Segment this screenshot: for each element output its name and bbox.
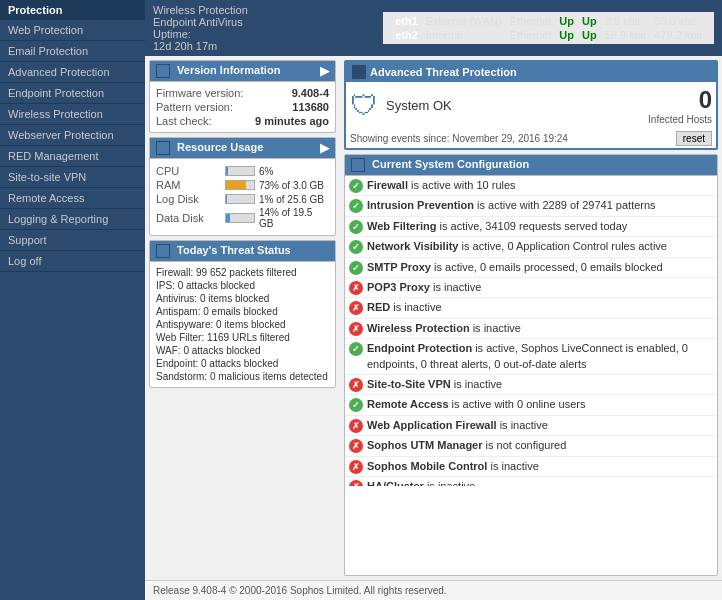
sidebar: Protection Web ProtectionEmail Protectio…	[0, 0, 145, 600]
threat-status-card: Today's Threat Status Firewall: 99 652 p…	[149, 240, 336, 388]
resource-usage-header: Resource Usage ▶	[150, 138, 335, 159]
sidebar-item-support[interactable]: Support	[0, 230, 145, 251]
speed2-cell: 479.2 kbit	[650, 28, 706, 42]
resource-usage-expand[interactable]: ▶	[320, 141, 329, 155]
config-status-icon: ✓	[349, 179, 363, 193]
system-config-header: Current System Configuration	[345, 155, 717, 176]
config-text: POP3 Proxy is inactive	[367, 280, 713, 295]
config-status-icon: ✓	[349, 261, 363, 275]
config-item: ✗Wireless Protection is inactive	[345, 319, 717, 339]
config-text: Sophos Mobile Control is inactive	[367, 459, 713, 474]
system-config-icon	[351, 158, 365, 172]
config-text: Firewall is active with 10 rules	[367, 178, 713, 193]
ram-progress-fill	[226, 181, 246, 189]
topbar-left: Wireless Protection Endpoint AntiVirus U…	[153, 4, 248, 52]
sidebar-item-site-to-site-vpn[interactable]: Site-to-site VPN	[0, 167, 145, 188]
config-status-icon: ✗	[349, 480, 363, 486]
logdisk-row: Log Disk 1% of 25.6 GB	[156, 193, 329, 205]
config-status-icon: ✗	[349, 378, 363, 392]
config-text: SMTP Proxy is active, 0 emails processed…	[367, 260, 713, 275]
threat-status-header: Today's Threat Status	[150, 241, 335, 262]
config-item: ✗Sophos UTM Manager is not configured	[345, 436, 717, 456]
footer: Release 9.408-4 © 2000-2016 Sophos Limit…	[145, 580, 722, 600]
config-item: ✗Sophos Mobile Control is inactive	[345, 457, 717, 477]
config-text: Endpoint Protection is active, Sophos Li…	[367, 341, 713, 372]
threat-item: WAF: 0 attacks blocked	[156, 344, 329, 357]
type-cell: Ethernet	[506, 14, 556, 28]
content-area: Version Information ▶ Firmware version: …	[145, 56, 722, 580]
config-text: Site-to-Site VPN is inactive	[367, 377, 713, 392]
zone-cell: External (WAN)	[422, 14, 506, 28]
config-item: ✓Remote Access is active with 0 online u…	[345, 395, 717, 415]
config-text: Sophos UTM Manager is not configured	[367, 438, 713, 453]
config-item: ✗Site-to-Site VPN is inactive	[345, 375, 717, 395]
config-status-icon: ✓	[349, 342, 363, 356]
cpu-progress-bg	[225, 166, 255, 176]
config-status-icon: ✗	[349, 322, 363, 336]
ram-progress-bg	[225, 180, 255, 190]
zone-cell: Internal	[422, 28, 506, 42]
config-item: ✓Firewall is active with 10 rules	[345, 176, 717, 196]
config-status-icon: ✓	[349, 199, 363, 213]
network-row: eth1 External (WAN) Ethernet Up Up 8.9 k…	[391, 14, 706, 28]
resource-usage-body: CPU 6% RAM 73% of 3.0 GB L	[150, 159, 335, 235]
config-text: Remote Access is active with 0 online us…	[367, 397, 713, 412]
config-item: ✓Intrusion Prevention is active with 228…	[345, 196, 717, 216]
version-info-card: Version Information ▶ Firmware version: …	[149, 60, 336, 133]
sidebar-item-log-off[interactable]: Log off	[0, 251, 145, 272]
up2-cell: Up	[578, 28, 601, 42]
config-status-icon: ✓	[349, 220, 363, 234]
sidebar-item-endpoint-protection[interactable]: Endpoint Protection	[0, 83, 145, 104]
threat-status-body: Firewall: 99 652 packets filteredIPS: 0 …	[150, 262, 335, 387]
threat-item: IPS: 0 attacks blocked	[156, 279, 329, 292]
cpu-row: CPU 6%	[156, 165, 329, 177]
config-text: Wireless Protection is inactive	[367, 321, 713, 336]
version-info-expand[interactable]: ▶	[320, 64, 329, 78]
atp-since: Showing events since: November 29, 2016 …	[346, 129, 716, 148]
up1-cell: Up	[555, 28, 578, 42]
threat-item: Antispyware: 0 items blocked	[156, 318, 329, 331]
threat-item: Sandstorm: 0 malicious items detected	[156, 370, 329, 383]
network-row: eth2 Internal Ethernet Up Up 58.9 kbit 4…	[391, 28, 706, 42]
atp-body: 🛡 System OK 0 Infected Hosts Showing eve…	[346, 82, 716, 148]
config-text: Web Filtering is active, 34109 requests …	[367, 219, 713, 234]
left-panel: Version Information ▶ Firmware version: …	[145, 56, 340, 580]
threat-item: Endpoint: 0 attacks blocked	[156, 357, 329, 370]
atp-count: 0 Infected Hosts	[648, 86, 712, 125]
up2-cell: Up	[578, 14, 601, 28]
iface-cell: eth2	[391, 28, 422, 42]
sidebar-item-logging-&-reporting[interactable]: Logging & Reporting	[0, 209, 145, 230]
sidebar-item-wireless-protection[interactable]: Wireless Protection	[0, 104, 145, 125]
ram-row: RAM 73% of 3.0 GB	[156, 179, 329, 191]
sidebar-item-email-protection[interactable]: Email Protection	[0, 41, 145, 62]
sidebar-item-red-management[interactable]: RED Management	[0, 146, 145, 167]
sidebar-item-web-protection[interactable]: Web Protection	[0, 20, 145, 41]
datadisk-row: Data Disk 14% of 19.5 GB	[156, 207, 329, 229]
sidebar-item-webserver-protection[interactable]: Webserver Protection	[0, 125, 145, 146]
atp-reset-button[interactable]: reset	[676, 131, 712, 146]
config-text: Network Visibility is active, 0 Applicat…	[367, 239, 713, 254]
config-status-icon: ✓	[349, 398, 363, 412]
config-text: HA/Cluster is inactive	[367, 479, 713, 486]
datadisk-progress-bg	[225, 213, 255, 223]
topbar-uptime: Uptime: 12d 20h 17m	[153, 28, 248, 52]
config-item: ✗Web Application Firewall is inactive	[345, 416, 717, 436]
version-info-body: Firmware version: 9.408-4 Pattern versio…	[150, 82, 335, 132]
atp-ok-text: System OK	[386, 98, 640, 113]
config-status-icon: ✗	[349, 281, 363, 295]
sidebar-item-advanced-protection[interactable]: Advanced Protection	[0, 62, 145, 83]
config-item: ✗HA/Cluster is inactive	[345, 477, 717, 486]
config-status-icon: ✗	[349, 301, 363, 315]
sidebar-section-header: Protection	[0, 0, 145, 20]
config-status-icon: ✗	[349, 419, 363, 433]
config-text: RED is inactive	[367, 300, 713, 315]
atp-header: Advanced Threat Protection	[346, 62, 716, 82]
system-config-body: ✓Firewall is active with 10 rules✓Intrus…	[345, 176, 717, 486]
topbar: Wireless Protection Endpoint AntiVirus U…	[145, 0, 722, 56]
atp-header-icon	[352, 65, 366, 79]
config-text: Intrusion Prevention is active with 2289…	[367, 198, 713, 213]
topbar-line2: Endpoint AntiVirus	[153, 16, 248, 28]
atp-card: Advanced Threat Protection 🛡 System OK 0…	[344, 60, 718, 150]
config-item: ✓Endpoint Protection is active, Sophos L…	[345, 339, 717, 375]
sidebar-item-remote-access[interactable]: Remote Access	[0, 188, 145, 209]
